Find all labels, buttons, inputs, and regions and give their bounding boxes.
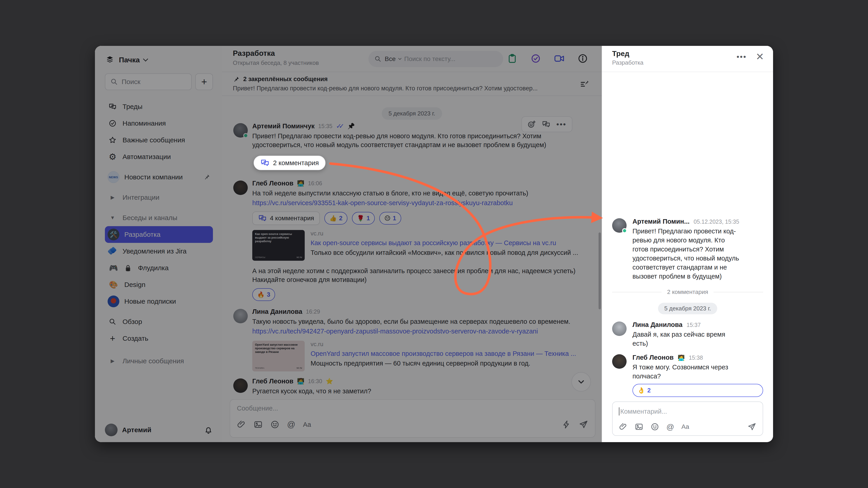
thread-header: Тред Разработка ••• ✕ — [602, 46, 773, 72]
thread-panel: Тред Разработка ••• ✕ Артемий Помин... 0… — [602, 46, 773, 442]
message-text: Привет! Предлагаю провести код-ревью для… — [632, 227, 742, 281]
message-text: Давай я, как раз сейчас время есть) — [632, 330, 742, 348]
thread-comment: Лина Данилова 15:37 Давай я, как раз сей… — [612, 321, 763, 348]
message-text: Я тоже могу. Созвонимся через полчаса? — [632, 363, 742, 381]
thread-composer[interactable]: Комментарий... @ Aa — [612, 401, 763, 436]
format-icon[interactable]: Aa — [682, 423, 689, 430]
composer-placeholder[interactable]: Комментарий... — [620, 408, 667, 415]
message-time: 15:37 — [686, 322, 701, 328]
screenshot-canvas: Пачка Поиск + Треды Напоминания — [0, 0, 868, 488]
attach-icon[interactable] — [619, 422, 627, 431]
comments-icon — [260, 158, 270, 167]
status-emoji: 🧑‍💻 — [678, 355, 685, 361]
thread-menu-icon[interactable]: ••• — [737, 53, 747, 61]
avatar — [612, 354, 627, 369]
comments-divider: 2 комментария — [612, 289, 763, 295]
message-time: 15:38 — [689, 355, 703, 361]
date-chip: 5 декабря 2023 г. — [658, 303, 717, 314]
thread-body: Артемий Помин... 05.12.2023, 15:35 Приве… — [602, 72, 773, 442]
avatar — [612, 218, 627, 233]
thread-comment: Глеб Леонов 🧑‍💻 15:38 Я тоже могу. Созво… — [612, 354, 763, 381]
text-cursor — [619, 408, 619, 416]
dim-overlay — [95, 46, 602, 442]
mention-icon[interactable]: @ — [666, 422, 674, 431]
send-icon[interactable] — [747, 422, 756, 431]
thread-comments-badge[interactable]: 2 комментария — [254, 156, 326, 170]
sender-name[interactable]: Артемий Помин... — [632, 218, 690, 225]
sender-name[interactable]: Лина Данилова — [632, 321, 682, 328]
image-icon[interactable] — [635, 422, 643, 431]
thread-root-message: Артемий Помин... 05.12.2023, 15:35 Приве… — [612, 218, 763, 281]
avatar — [612, 322, 627, 336]
sender-name[interactable]: Глеб Леонов — [632, 354, 674, 361]
emoji-icon[interactable] — [651, 422, 659, 431]
close-icon[interactable]: ✕ — [756, 52, 764, 62]
message-time: 05.12.2023, 15:35 — [694, 219, 739, 225]
reaction-pill[interactable]: 👌 2 — [632, 384, 763, 397]
online-status-dot — [622, 228, 627, 233]
